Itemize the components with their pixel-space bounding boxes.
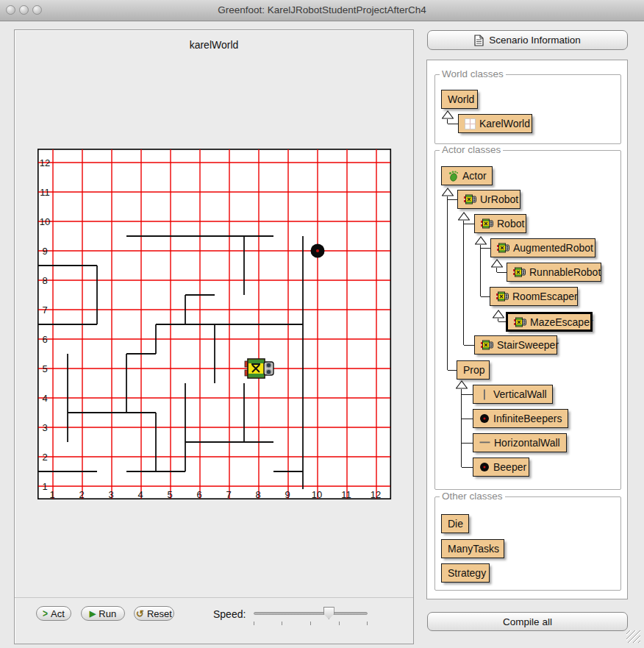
run-button[interactable]: ▶ Run bbox=[81, 606, 125, 621]
inheritance-line bbox=[481, 248, 490, 249]
class-strategy[interactable]: Strategy bbox=[441, 563, 490, 583]
class-runnablerobot[interactable]: RunnableRobot bbox=[507, 263, 601, 282]
compile-all-button[interactable]: Compile all bbox=[427, 612, 628, 631]
inheritance-line bbox=[498, 321, 506, 322]
inheritance-line bbox=[447, 196, 448, 370]
slider-tick bbox=[254, 622, 254, 625]
svg-text:3: 3 bbox=[108, 489, 113, 500]
svg-text:12: 12 bbox=[371, 489, 381, 500]
class-roomescaper[interactable]: RoomEscaper bbox=[490, 287, 578, 306]
class-robot[interactable]: Robot bbox=[474, 214, 526, 233]
beeper-actor[interactable] bbox=[311, 244, 325, 258]
inheritance-line bbox=[462, 394, 473, 395]
inheritance-arrow-icon bbox=[458, 212, 470, 221]
class-prop[interactable]: Prop bbox=[457, 360, 490, 380]
class-stairsweeper[interactable]: StairSweeper bbox=[474, 335, 557, 355]
resize-grip[interactable] bbox=[626, 630, 640, 643]
robot-icon bbox=[464, 194, 476, 204]
class-infinitebeepers-label: InfiniteBeepers bbox=[493, 413, 562, 424]
svg-text:9: 9 bbox=[42, 246, 47, 257]
svg-text:10: 10 bbox=[312, 489, 322, 500]
class-strategy-label: Strategy bbox=[448, 567, 486, 579]
svg-text:2: 2 bbox=[79, 489, 84, 500]
inheritance-arrow-icon bbox=[493, 310, 504, 318]
class-beeper-label: Beeper bbox=[493, 461, 526, 473]
svg-text:11: 11 bbox=[341, 489, 351, 500]
inheritance-line bbox=[480, 245, 481, 296]
class-actor[interactable]: Actor bbox=[441, 166, 493, 185]
world-classes-group: World classes bbox=[434, 74, 621, 144]
svg-text:11: 11 bbox=[40, 187, 50, 198]
class-manytasks[interactable]: ManyTasks bbox=[441, 539, 504, 558]
svg-text:4: 4 bbox=[137, 489, 143, 500]
inheritance-line bbox=[461, 389, 462, 467]
class-karelworld[interactable]: KarelWorld bbox=[458, 114, 532, 133]
world-grid: 123456789101112123456789101112 bbox=[38, 149, 391, 500]
scenario-information-label: Scenario Information bbox=[489, 35, 581, 46]
inheritance-line bbox=[463, 221, 464, 345]
svg-text:7: 7 bbox=[226, 489, 231, 500]
svg-text:6: 6 bbox=[42, 334, 47, 345]
inheritance-line bbox=[448, 199, 457, 200]
slider-tick bbox=[339, 622, 340, 625]
class-world-label: World bbox=[448, 93, 474, 105]
class-mazeescaper[interactable]: MazeEscaper bbox=[506, 312, 593, 332]
slider-tick bbox=[282, 622, 282, 625]
inheritance-line bbox=[464, 224, 474, 224]
svg-text:3: 3 bbox=[42, 422, 47, 433]
robot-icon bbox=[514, 317, 526, 327]
speed-slider-track[interactable] bbox=[254, 612, 368, 615]
inheritance-line bbox=[462, 467, 473, 468]
class-die[interactable]: Die bbox=[441, 514, 469, 533]
document-icon bbox=[474, 35, 484, 46]
class-world[interactable]: World bbox=[441, 90, 478, 109]
inheritance-line bbox=[448, 124, 458, 124]
run-icon: ▶ bbox=[90, 610, 96, 618]
inheritance-line bbox=[464, 345, 474, 346]
svg-text:2: 2 bbox=[42, 452, 47, 463]
class-verticalwall[interactable]: VerticalWall bbox=[473, 385, 553, 404]
svg-text:4: 4 bbox=[42, 393, 47, 404]
reset-icon: ↺ bbox=[136, 609, 144, 619]
class-augmentedrobot-label: AugmentedRobot bbox=[513, 242, 593, 254]
class-infinitebeepers[interactable]: InfiniteBeepers bbox=[473, 409, 568, 428]
class-prop-label: Prop bbox=[463, 364, 485, 376]
speed-slider[interactable] bbox=[254, 606, 368, 628]
footprint-icon bbox=[448, 171, 459, 182]
vertical-wall-icon bbox=[479, 389, 490, 400]
svg-text:9: 9 bbox=[285, 489, 290, 500]
inheritance-arrow-icon bbox=[456, 380, 468, 389]
title-bar: Greenfoot: KarelJRobotStudentProjectAfte… bbox=[0, 0, 644, 21]
scenario-information-button[interactable]: Scenario Information bbox=[427, 30, 628, 50]
window-title: Greenfoot: KarelJRobotStudentProjectAfte… bbox=[0, 4, 644, 15]
compile-all-label: Compile all bbox=[503, 616, 552, 627]
reset-button[interactable]: ↺ Reset bbox=[134, 606, 174, 621]
svg-text:7: 7 bbox=[42, 305, 47, 316]
run-label: Run bbox=[99, 608, 116, 619]
class-manytasks-label: ManyTasks bbox=[448, 543, 499, 555]
beeper-icon bbox=[479, 462, 490, 472]
karel-robot-actor[interactable] bbox=[245, 359, 273, 378]
class-actor-label: Actor bbox=[462, 170, 487, 182]
inheritance-arrow-icon bbox=[475, 236, 487, 245]
inheritance-line bbox=[448, 370, 457, 371]
svg-text:10: 10 bbox=[40, 216, 50, 227]
world-grid-icon bbox=[465, 118, 476, 129]
beeper-icon bbox=[479, 413, 490, 424]
svg-text:5: 5 bbox=[167, 489, 172, 500]
act-button[interactable]: > Act bbox=[36, 606, 71, 621]
inheritance-line bbox=[481, 296, 490, 297]
inheritance-line bbox=[462, 419, 473, 419]
world-canvas[interactable]: 123456789101112123456789101112 bbox=[37, 149, 392, 500]
class-augmentedrobot[interactable]: AugmentedRobot bbox=[490, 238, 595, 257]
class-horizontalwall[interactable]: HorizontalWall bbox=[473, 433, 567, 452]
class-beeper[interactable]: Beeper bbox=[473, 457, 529, 477]
class-verticalwall-label: VerticalWall bbox=[493, 388, 547, 400]
class-runnablerobot-label: RunnableRobot bbox=[529, 266, 601, 278]
class-urrobot[interactable]: UrRobot bbox=[457, 190, 520, 209]
svg-text:6: 6 bbox=[196, 489, 201, 500]
class-robot-label: Robot bbox=[497, 218, 524, 229]
inheritance-line bbox=[497, 272, 507, 273]
speed-slider-thumb[interactable] bbox=[323, 607, 334, 619]
toolbar-divider bbox=[15, 597, 413, 598]
